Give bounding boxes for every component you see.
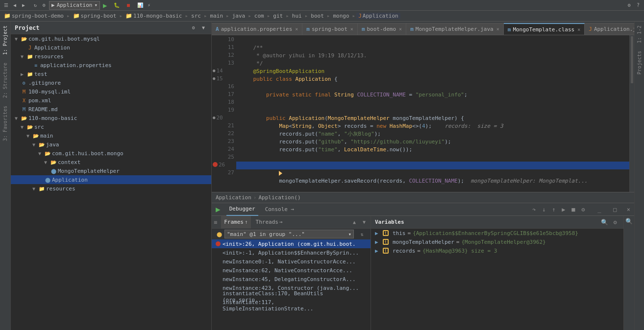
breadcrumb-mongo[interactable]: mongo (331, 13, 351, 19)
debug-sub-tab-frames[interactable]: Frames ↑ (221, 216, 250, 229)
close-tab-mongo-class[interactable]: × (577, 27, 580, 32)
close-tab-mongo-helper[interactable]: × (496, 26, 499, 32)
back-icon[interactable]: ◀ (11, 1, 19, 9)
tree-item-main[interactable]: ▼ 📂 main (11, 131, 211, 140)
stop-button[interactable]: ■ (124, 1, 132, 9)
breadcrumb-application[interactable]: J Application (356, 13, 400, 19)
tree-item-resources-mongo[interactable]: ▼ 📁 resources (11, 184, 211, 193)
tab-boot-demo[interactable]: m boot-demo × (358, 23, 406, 35)
tree-item-java[interactable]: ▼ 📂 java (11, 140, 211, 149)
breadcrumb-main[interactable]: main (208, 13, 225, 19)
frame-item-3[interactable]: newInstance:62, NativeConstructorAcce... (212, 266, 371, 275)
breadcrumb-boot[interactable]: boot (309, 13, 326, 19)
debug-step-into[interactable]: ↓ (540, 205, 548, 214)
debug-close-btn[interactable]: × (627, 206, 630, 213)
tree-item-resources-mysql[interactable]: ▼ 📁 resources (11, 52, 211, 61)
forward-icon[interactable]: ▶ (20, 1, 27, 9)
favorites-tab[interactable]: 3: Favorites (1, 102, 9, 145)
frame-item-2[interactable]: newInstance0:-1, NativeConstructorAcce..… (212, 257, 371, 266)
var-item-mongo-helper[interactable]: ▶ t mongoTemplateHelper = {MongoTemplate… (371, 237, 623, 246)
editor-scrollbar[interactable] (629, 35, 634, 192)
debug-tab-debugger[interactable]: Debugger (226, 203, 258, 216)
frames-up-icon[interactable]: ▲ (350, 218, 359, 227)
breadcrumb-java[interactable]: java (230, 13, 248, 19)
var-filter-icon[interactable]: ⚙ (611, 218, 619, 227)
project-expand-icon[interactable]: ▼ (199, 24, 207, 32)
close-tab-application-properties[interactable]: × (295, 26, 298, 32)
frame-item-7[interactable]: instantiate:117, SimpleInstantiationStra… (212, 301, 371, 310)
right-label-project[interactable]: Projects (636, 47, 643, 78)
expand-icon-records[interactable]: ▶ (375, 248, 381, 254)
frame-item-0[interactable]: <init>:26, Application (com.git.hui.boot… (212, 239, 371, 248)
breadcrumb-110-mongo-basic[interactable]: 📁 110-mongo-basic (124, 13, 184, 19)
editor-breadcrumb-constructor[interactable]: Application() (258, 194, 300, 201)
project-settings-icon[interactable]: ⚙ (190, 24, 198, 32)
tree-item-test[interactable]: ▶ 📁 test (11, 70, 211, 78)
tree-item-110-mongo-basic[interactable]: ▼ 📂 110-mongo-basic (11, 114, 211, 122)
close-tab-boot-demo[interactable]: × (399, 26, 402, 32)
breadcrumb-spring-boot-demo[interactable]: 📁 spring-boot-demo (2, 13, 66, 19)
editor-breadcrumb-application[interactable]: Application (216, 194, 251, 201)
tab-spring-boot[interactable]: m spring-boot × (302, 23, 358, 35)
frame-item-4[interactable]: newInstance:45, DelegatingConstructorA..… (212, 275, 371, 283)
tree-item-readme[interactable]: M README.md (11, 105, 211, 114)
expand-icon-this[interactable]: ▶ (375, 230, 381, 236)
build-icon[interactable]: ⚙ (40, 1, 48, 9)
expand-icon-mongo-helper[interactable]: ▶ (375, 239, 381, 245)
thread-dropdown[interactable]: "main" @1 in group "..." ▾ (224, 230, 354, 238)
code-line-17: private static final String COLLECTION_N… (236, 91, 629, 99)
project-tab[interactable]: 1: Project (1, 22, 9, 59)
tree-item-src[interactable]: ▼ 📂 src (11, 122, 211, 131)
tree-item-pom[interactable]: X pom.xml (11, 96, 211, 105)
tree-item-app-props[interactable]: ≡ application.properties (11, 61, 211, 70)
right-vertical-labels: 1: 1-2 Projects (634, 22, 644, 330)
debug-minimize[interactable]: _ (594, 205, 605, 214)
coverage-button[interactable]: 📊 (136, 1, 144, 9)
structure-tab[interactable]: 2: Structure (1, 59, 9, 102)
tab-mongo-template-helper[interactable]: m MongoTemplateHelper.java × (406, 23, 504, 35)
sync-icon[interactable]: ↻ (31, 1, 39, 9)
tree-item-application-mongo[interactable]: ⬤ Application (11, 175, 211, 184)
tree-item-mongo-template-helper[interactable]: ⬤ MongoTemplateHelper (11, 166, 211, 175)
profile-button[interactable]: ⚡ (145, 1, 153, 9)
tree-item-application-mysql[interactable]: J Application (11, 43, 211, 52)
breadcrumb-com[interactable]: com (252, 13, 266, 19)
debug-stop[interactable]: ■ (569, 205, 578, 214)
debug-settings[interactable]: ⚙ (579, 205, 588, 214)
breadcrumb-src[interactable]: src (189, 13, 203, 19)
frames-down-icon[interactable]: ▼ (360, 218, 369, 227)
debug-resume[interactable]: ▶ (559, 205, 568, 214)
breadcrumb-spring-boot[interactable]: 📁 spring-boot (71, 13, 119, 19)
var-search-icon[interactable]: 🔍 (600, 218, 609, 227)
debug-run-button[interactable]: 🐛 (113, 1, 121, 9)
run-button[interactable]: ▶ (101, 1, 109, 9)
debug-sub-tab-threads[interactable]: Threads → (253, 216, 286, 229)
debug-step-out[interactable]: ↑ (549, 205, 558, 214)
tab-application-java[interactable]: J Application.java × (585, 23, 634, 35)
tree-item-gitignore[interactable]: ⚙ .gitignore (11, 78, 211, 87)
frame-item-1[interactable]: <init>:-1, Application$$EnhancerBySprin.… (212, 248, 371, 257)
thread-sort-icon[interactable]: ⇅ (358, 230, 367, 238)
tree-item-mysql[interactable]: ▼ 📂 com.git.hui.boot.mysql (11, 34, 211, 43)
breadcrumb-git[interactable]: git (271, 13, 285, 19)
run-config-dropdown[interactable]: ▶ Application ▾ (49, 1, 100, 10)
debug-maximize[interactable]: □ (609, 205, 621, 214)
debug-tab-console[interactable]: Console → (262, 203, 297, 216)
right-search-icon[interactable]: 🔍 (625, 217, 634, 226)
tree-item-100-mysql-iml[interactable]: M 100-mysql.iml (11, 87, 211, 96)
debug-step-over[interactable]: ↷ (530, 205, 539, 214)
settings-icon[interactable]: ⚙ (625, 1, 633, 9)
close-tab-spring-boot[interactable]: × (350, 26, 353, 32)
help-icon[interactable]: ? (634, 1, 642, 9)
tree-item-com-git[interactable]: ▼ 📂 com.git.hui.boot.mongo (11, 149, 211, 158)
scrollbar-thumb[interactable] (631, 36, 633, 83)
menu-icon[interactable]: ☰ (2, 1, 10, 9)
code-content[interactable]: /** * @author yihui in 19:19 18/12/13. *… (236, 35, 629, 192)
var-item-records[interactable]: ▶ t records = {HashMap@3963} size = 3 (371, 246, 623, 255)
right-label-1[interactable]: 1: 1-2 (636, 22, 643, 47)
tab-mongo-template-class[interactable]: m MongoTemplate.class × (504, 23, 585, 35)
var-item-this[interactable]: ▶ t this = {Application$$EnhancerBySprin… (371, 229, 623, 237)
breadcrumb-hui[interactable]: hui (290, 13, 304, 19)
tab-application-properties[interactable]: A application.properties × (212, 23, 302, 35)
tree-item-context[interactable]: ▼ 📂 context (11, 158, 211, 166)
